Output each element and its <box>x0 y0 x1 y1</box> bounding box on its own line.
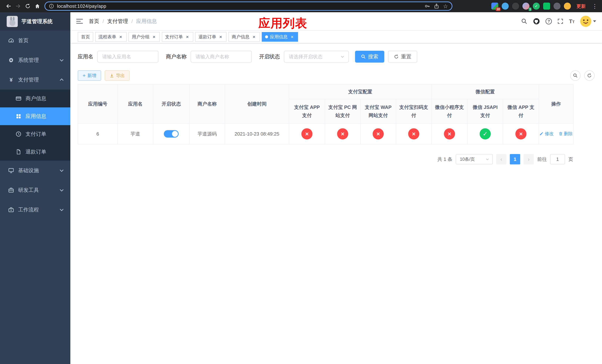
tab-app-info[interactable]: 应用信息 × <box>262 32 298 42</box>
close-icon[interactable]: × <box>218 34 223 39</box>
sidebar-item-home[interactable]: 首页 <box>0 31 70 50</box>
extension-wechat-icon[interactable] <box>543 3 550 10</box>
sidebar-item-pay[interactable]: ¥ 支付管理 <box>0 70 70 90</box>
avatar-image <box>580 16 591 27</box>
search-button[interactable]: 搜索 <box>355 51 384 63</box>
extension-puzzle-icon[interactable] <box>553 3 560 10</box>
reset-button[interactable]: 重置 <box>388 51 417 63</box>
merchant-name-label: 商户名称 <box>166 53 187 60</box>
browser-chrome: localhost:1024/pay/app ☆ 10 1 ✓ 更新 ⋮ <box>0 0 602 12</box>
sidebar-item-system[interactable]: 系统管理 <box>0 50 70 70</box>
fullscreen-icon[interactable] <box>557 18 563 24</box>
font-size-icon[interactable]: TT <box>569 18 575 24</box>
sidebar-item-pay-order[interactable]: 支付订单 <box>0 125 70 143</box>
grid-icon <box>16 113 22 119</box>
document-icon <box>16 149 22 155</box>
share-icon[interactable] <box>434 3 439 9</box>
sidebar-item-infra[interactable]: 基础设施 <box>0 161 70 180</box>
chevron-down-icon <box>60 58 64 62</box>
tab-user-group[interactable]: 用户分组 × <box>129 32 160 42</box>
collapse-sidebar-icon[interactable] <box>76 18 83 24</box>
export-button[interactable]: 导出 <box>105 70 129 81</box>
table-row: 6 芋道 芋道源码 2021-10-23 08:49:25 × × × × × … <box>78 124 573 144</box>
sidebar-item-label: 工作流程 <box>18 206 39 213</box>
cell-alipay-qr: × <box>396 124 431 144</box>
show-search-button[interactable] <box>570 70 580 81</box>
extension-dark-icon[interactable] <box>512 3 519 10</box>
sidebar-item-merchant-info[interactable]: 商户信息 <box>0 90 70 107</box>
refresh-table-button[interactable] <box>584 70 595 81</box>
col-header-actions: 操作 <box>539 84 573 124</box>
close-icon[interactable]: × <box>185 34 190 39</box>
logo: 芋道管理系统 <box>0 12 70 31</box>
password-key-icon[interactable] <box>424 3 430 9</box>
prev-page-button[interactable]: ‹ <box>496 154 506 164</box>
goto-page-input[interactable] <box>550 154 565 164</box>
status-select[interactable]: 请选择开启状态 <box>284 51 349 63</box>
tab-process-form[interactable]: 流程表单 × <box>95 32 127 42</box>
col-header-wechat-jsapi: 微信 JSAPI 支付 <box>467 99 503 124</box>
next-page-button[interactable]: › <box>524 154 534 164</box>
sidebar-item-app-info[interactable]: 应用信息 <box>0 107 70 125</box>
tab-home[interactable]: 首页 <box>78 32 93 42</box>
github-icon[interactable] <box>533 18 540 25</box>
reset-button-label: 重置 <box>401 53 411 60</box>
breadcrumb-home[interactable]: 首页 <box>89 18 99 25</box>
browser-menu-icon[interactable]: ⋮ <box>591 3 598 10</box>
edit-link[interactable]: 修改 <box>539 131 553 137</box>
close-icon[interactable]: × <box>251 34 257 39</box>
merchant-name-input[interactable] <box>191 51 252 63</box>
extension-emoji-avatar-icon[interactable] <box>564 3 571 10</box>
status-label: 开启状态 <box>259 53 280 60</box>
extension-avatar-icon[interactable]: 1 <box>522 3 529 10</box>
extension-green-check-icon[interactable]: ✓ <box>533 3 540 10</box>
sidebar-item-label: 基础设施 <box>18 167 39 174</box>
sidebar-item-dev-tools[interactable]: 研发工具 <box>0 180 70 200</box>
sidebar-item-label: 应用信息 <box>26 113 46 120</box>
cell-wechat-app: × <box>503 124 539 144</box>
breadcrumb: 首页 / 支付管理 / 应用信息 <box>89 18 157 25</box>
browser-forward-button[interactable] <box>13 1 23 11</box>
col-header-app-name: 应用名 <box>118 84 153 124</box>
chevron-up-icon <box>60 78 64 82</box>
tab-refund-order[interactable]: 退款订单 × <box>195 32 226 42</box>
browser-refresh-button[interactable] <box>23 1 32 11</box>
search-icon[interactable] <box>521 18 527 24</box>
chevron-down-icon <box>485 157 489 161</box>
sidebar-item-refund-order[interactable]: 退款订单 <box>0 143 70 161</box>
sidebar-item-label: 商户信息 <box>26 95 46 102</box>
extension-drop-icon[interactable] <box>502 3 509 10</box>
sidebar-item-workflow[interactable]: 工作流程 <box>0 200 70 220</box>
app-name-input[interactable] <box>97 51 159 63</box>
bookmark-star-icon[interactable]: ☆ <box>443 3 448 10</box>
breadcrumb-pay[interactable]: 支付管理 <box>107 18 128 25</box>
top-navbar: 首页 / 支付管理 / 应用信息 应用列表 ? TT <box>70 12 602 31</box>
browser-update-button[interactable]: 更新 <box>574 3 588 9</box>
user-avatar[interactable] <box>580 16 596 27</box>
chevron-down-icon <box>593 20 596 22</box>
browser-home-button[interactable] <box>32 1 42 11</box>
tab-merchant-info[interactable]: 商户信息 × <box>228 32 260 42</box>
page-size-select[interactable]: 10条/页 <box>456 154 493 164</box>
logo-avatar <box>7 16 18 27</box>
extension-mosaic-icon[interactable]: 10 <box>491 3 498 10</box>
help-icon[interactable]: ? <box>546 18 552 24</box>
breadcrumb-separator: / <box>103 18 104 24</box>
refresh-icon <box>587 73 592 78</box>
delete-link[interactable]: 删除 <box>559 131 573 137</box>
download-icon <box>110 73 114 78</box>
close-icon[interactable]: × <box>151 34 157 39</box>
toolbox-icon <box>8 187 14 193</box>
close-icon[interactable]: × <box>118 34 123 39</box>
add-button[interactable]: + 新增 <box>78 70 101 81</box>
tab-pay-order[interactable]: 支付订单 × <box>162 32 193 42</box>
browser-back-button[interactable] <box>4 1 13 11</box>
url-text[interactable]: localhost:1024/pay/app <box>57 3 421 9</box>
status-toggle[interactable] <box>164 130 179 138</box>
close-icon[interactable]: × <box>290 34 295 39</box>
page-number-1[interactable]: 1 <box>510 154 520 164</box>
address-bar[interactable]: localhost:1024/pay/app ☆ <box>44 1 452 11</box>
col-header-alipay-app: 支付宝 APP 支付 <box>289 99 325 124</box>
cell-app-id: 6 <box>78 124 118 144</box>
site-info-icon[interactable] <box>49 3 54 9</box>
